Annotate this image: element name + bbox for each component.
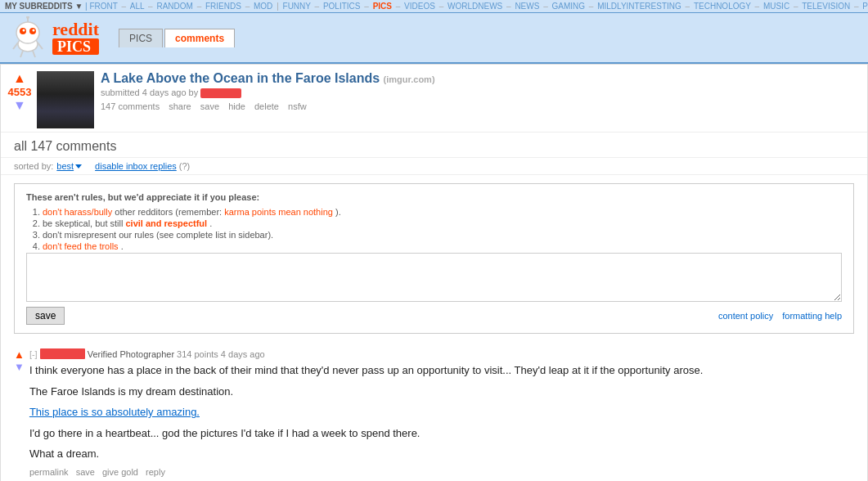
svg-line-8: [13, 43, 18, 49]
comments-header: all 147 comments: [1, 133, 867, 158]
delete-link[interactable]: delete: [254, 101, 279, 111]
sort-row: sorted by: best disable inbox replies (?…: [1, 158, 867, 175]
post-thumbnail[interactable]: [37, 71, 94, 128]
comment-upvote[interactable]: ▲: [14, 348, 25, 361]
nav-videos[interactable]: VIDEOS: [404, 2, 435, 11]
rule-1-karma: karma points mean nothing: [224, 207, 333, 217]
sort-best-label: best: [56, 161, 74, 171]
site-header: reddit PICS PICS comments: [0, 13, 868, 64]
nav-arrow: ▼: [74, 2, 83, 11]
post-author[interactable]: [200, 88, 241, 98]
post-row: ▲ 4553 ▼ A Lake Above the Ocean in the F…: [1, 65, 867, 133]
comment-count-link[interactable]: 147 comments: [101, 101, 160, 111]
share-link[interactable]: share: [169, 101, 191, 111]
nav-gaming[interactable]: GAMING: [552, 2, 586, 11]
header-tabs: PICS comments: [119, 29, 236, 47]
save-link[interactable]: save: [200, 101, 219, 111]
rule-4-text: don't feed the trolls: [43, 241, 119, 251]
nav-music[interactable]: MUSIC: [763, 2, 789, 11]
disable-inbox-anchor[interactable]: disable inbox replies: [95, 161, 177, 171]
rule-3-text: don't misrepresent our rules (see comple…: [43, 230, 273, 240]
comment-section: ▲ ▼ [-] Verified Photographer 314 points…: [1, 342, 867, 481]
nav-technology[interactable]: TECHNOLOGY: [694, 2, 751, 11]
post-title-link[interactable]: A Lake Above the Ocean in the Faroe Isla…: [101, 71, 380, 85]
comment-downvote[interactable]: ▼: [14, 361, 25, 373]
post-title: A Lake Above the Ocean in the Faroe Isla…: [101, 71, 861, 86]
logo: reddit PICS: [7, 16, 99, 59]
submitted-text: submitted 4 days ago by: [101, 88, 198, 97]
rules-box: These aren't rules, but we'd appreciate …: [14, 183, 854, 334]
sort-dropdown-arrow: [75, 164, 82, 169]
nsfw-link[interactable]: nsfw: [288, 101, 307, 111]
tab-pics[interactable]: PICS: [119, 29, 163, 47]
rule-2-bold: civil and respectful: [126, 218, 208, 228]
downvote-button[interactable]: ▼: [13, 98, 26, 113]
nav-funny[interactable]: FUNNY: [283, 2, 311, 11]
svg-point-4: [23, 29, 25, 32]
nav-random[interactable]: RANDOM: [156, 2, 192, 11]
post-info: A Lake Above the Ocean in the Faroe Isla…: [101, 71, 861, 111]
comment-collapse[interactable]: [-]: [29, 349, 38, 359]
post-domain: (imgur.com): [384, 74, 435, 84]
comment-actions: permalink save give gold reply: [29, 467, 854, 477]
rule-1: don't harass/bully other redditors (reme…: [43, 207, 842, 217]
comment-reply[interactable]: reply: [146, 467, 165, 477]
comment-links: content policy formatting help: [712, 311, 842, 321]
upvote-button[interactable]: ▲: [13, 71, 26, 86]
nav-photoshop[interactable]: PHOTOSHOPBATTLES: [862, 2, 868, 11]
comment-body: [-] Verified Photographer 314 points 4 d…: [29, 348, 854, 477]
comment-give-gold[interactable]: give gold: [102, 467, 138, 477]
svg-point-1: [16, 22, 39, 43]
rules-list: don't harass/bully other redditors (reme…: [26, 207, 842, 251]
comment-permalink[interactable]: permalink: [29, 467, 69, 477]
nav-mildly[interactable]: MILDLYINTERESTING: [597, 2, 681, 11]
nav-worldnews[interactable]: WORLDNEWS: [447, 2, 502, 11]
comment-flair: Verified Photographer: [88, 349, 174, 359]
comment-save-button[interactable]: save: [26, 307, 65, 325]
comment-line-2: The Faroe Islands is my dream destinatio…: [29, 384, 854, 400]
comment-points: 314 points: [177, 349, 218, 359]
thumbnail-image: [37, 71, 94, 128]
hide-link[interactable]: hide: [228, 101, 245, 111]
tab-comments[interactable]: comments: [164, 29, 235, 47]
vote-col: ▲ 4553 ▼: [7, 71, 32, 113]
sort-best-option[interactable]: best: [56, 161, 82, 171]
content-policy-link[interactable]: content policy: [718, 311, 773, 321]
comment-vote: ▲ ▼: [14, 348, 25, 373]
comment-username[interactable]: [40, 348, 85, 359]
svg-line-10: [20, 51, 23, 57]
disable-inbox-link[interactable]: disable inbox replies (?): [95, 161, 190, 171]
comment-textarea[interactable]: [26, 253, 842, 302]
main-content: ▲ 4553 ▼ A Lake Above the Ocean in the F…: [0, 64, 868, 481]
comment-time: 4 days ago: [221, 349, 265, 359]
reddit-wordmark: reddit: [52, 20, 99, 38]
disable-inbox-qmark: (?): [179, 161, 190, 171]
comment-text: I think everyone has a place in the back…: [29, 362, 854, 462]
rule-1-red: don't harass/bully: [43, 207, 112, 217]
nav-friends[interactable]: FRIENDS: [205, 2, 241, 11]
nav-all[interactable]: ALL: [130, 2, 144, 11]
nav-politics[interactable]: POLITICS: [323, 2, 361, 11]
logo-text: reddit PICS: [52, 20, 99, 55]
nav-news[interactable]: NEWS: [515, 2, 539, 11]
comments-heading: all 147 comments: [14, 139, 854, 154]
nav-television[interactable]: TELEVISION: [802, 2, 850, 11]
rule-4: don't feed the trolls .: [43, 241, 842, 251]
comment-save[interactable]: save: [76, 467, 95, 477]
svg-line-9: [38, 43, 43, 49]
rule-2-suffix: .: [209, 218, 212, 228]
reddit-alien-icon: [7, 16, 49, 59]
comment-line-1: I think everyone has a place in the back…: [29, 362, 854, 379]
nav-pics[interactable]: PICS: [373, 2, 392, 11]
rule-1-mid: other redditors (remember:: [115, 207, 224, 217]
post-actions: 147 comments share save hide delete nsfw: [101, 101, 861, 111]
rule-3: don't misrepresent our rules (see comple…: [43, 230, 842, 240]
svg-point-7: [26, 16, 29, 19]
my-subreddits[interactable]: MY SUBREDDITS: [5, 2, 73, 11]
nav-mod[interactable]: MOD: [254, 2, 272, 11]
nav-front[interactable]: FRONT: [89, 2, 117, 11]
submitted-line: submitted 4 days ago by: [101, 88, 861, 98]
comment-line-4: I'd go there in a heartbeat... god the p…: [29, 425, 854, 442]
formatting-help-link[interactable]: formatting help: [782, 311, 842, 321]
comment-link-line[interactable]: This place is so absolutely amazing.: [29, 406, 200, 418]
